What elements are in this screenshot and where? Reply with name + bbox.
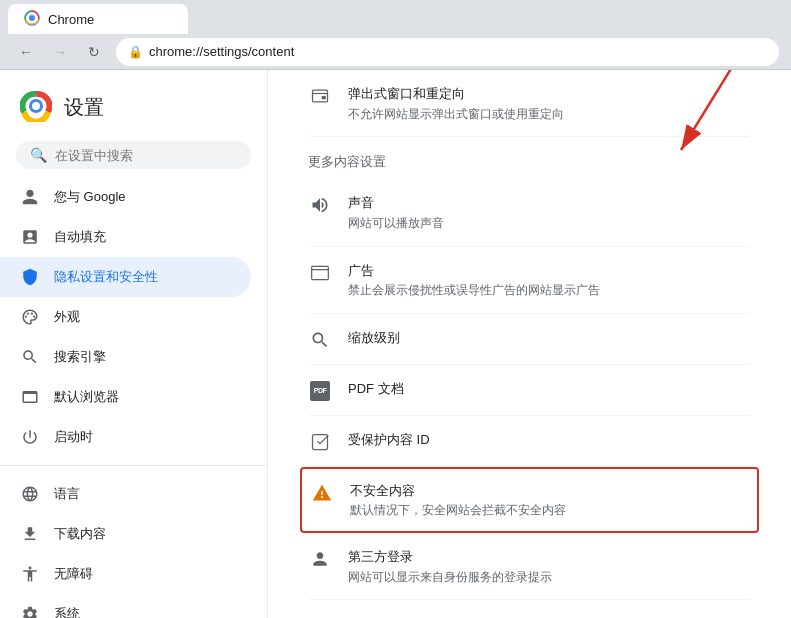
search-input[interactable] [55,148,237,163]
login-icon [308,549,332,569]
tab-title: Chrome [48,12,94,27]
svg-point-8 [33,316,35,318]
pdf-title: PDF 文档 [348,379,751,399]
sidebar-item-system[interactable]: 系统 [0,594,251,618]
search-icon: 🔍 [30,147,47,163]
sidebar-item-privacy[interactable]: 隐私设置和安全性 [0,257,251,297]
reload-button[interactable]: ↻ [80,38,108,66]
third-party-title: 第三方登录 [348,547,751,567]
popups-title: 弹出式窗口和重定向 [348,84,751,104]
sidebar-divider-1 [0,465,267,466]
settings-item-ads[interactable]: 广告 禁止会展示侵扰性或误导性广告的网站显示广告 [308,247,751,314]
popups-desc: 不允许网站显示弹出式窗口或使用重定向 [348,106,751,123]
sidebar-item-language[interactable]: 语言 [0,474,251,514]
sound-title: 声音 [348,193,751,213]
sidebar-item-label: 语言 [54,485,80,503]
protected-icon [308,432,332,452]
tab-bar: Chrome [0,0,791,34]
power-icon [20,428,40,446]
search-container: 🔍 [0,141,267,177]
settings-item-pdf[interactable]: PDF PDF 文档 [308,365,751,416]
content-area: 弹出式窗口和重定向 不允许网站显示弹出式窗口或使用重定向 更多内容设置 声音 网… [268,70,791,618]
sidebar: 设置 🔍 您与 Google 自动填充 [0,70,268,618]
autofill-icon [20,228,40,246]
address-text: chrome://settings/content [149,44,294,59]
svg-point-5 [25,316,27,318]
back-button[interactable]: ← [12,38,40,66]
person-icon [20,188,40,206]
more-content-header: 更多内容设置 [308,137,751,179]
sidebar-item-downloads[interactable]: 下载内容 [0,514,251,554]
insecure-title: 不安全内容 [350,481,749,501]
system-icon [20,605,40,618]
active-tab[interactable]: Chrome [8,4,188,34]
svg-rect-10 [322,96,326,99]
svg-point-7 [31,313,33,315]
settings-title: 设置 [64,94,104,121]
browser-bar: ← → ↻ 🔒 chrome://settings/content [0,34,791,70]
sidebar-item-label: 系统 [54,605,80,618]
settings-item-popups[interactable]: 弹出式窗口和重定向 不允许网站显示弹出式窗口或使用重定向 [308,70,751,137]
sound-icon [308,195,332,215]
settings-item-insecure[interactable]: 不安全内容 默认情况下，安全网站会拦截不安全内容 [300,467,759,533]
svg-rect-13 [313,434,328,449]
settings-item-zoom[interactable]: 缩放级别 [308,314,751,365]
insecure-desc: 默认情况下，安全网站会拦截不安全内容 [350,502,749,519]
appearance-icon [20,308,40,326]
lock-icon: 🔒 [128,45,143,59]
zoom-icon [308,330,332,350]
chrome-logo [20,90,52,125]
settings-item-text-sound: 声音 网站可以播放声音 [348,193,751,231]
sidebar-item-label: 外观 [54,308,80,326]
sidebar-item-google[interactable]: 您与 Google [0,177,251,217]
settings-item-text-popups: 弹出式窗口和重定向 不允许网站显示弹出式窗口或使用重定向 [348,84,751,122]
sidebar-item-label: 自动填充 [54,228,106,246]
sidebar-item-label: 启动时 [54,428,93,446]
shield-icon [20,268,40,286]
svg-point-4 [32,102,40,110]
sidebar-item-search[interactable]: 搜索引擎 [0,337,251,377]
ads-desc: 禁止会展示侵扰性或误导性广告的网站显示广告 [348,282,751,299]
tab-favicon [24,10,40,29]
forward-button[interactable]: → [46,38,74,66]
sidebar-header: 设置 [0,78,267,141]
content-inner: 弹出式窗口和重定向 不允许网站显示弹出式窗口或使用重定向 更多内容设置 声音 网… [268,70,791,600]
sidebar-item-label: 您与 Google [54,188,126,206]
sidebar-item-label: 下载内容 [54,525,106,543]
language-icon [20,485,40,503]
sidebar-item-label: 无障碍 [54,565,93,583]
settings-item-text-protected: 受保护内容 ID [348,430,751,450]
settings-item-third-party[interactable]: 第三方登录 网站可以显示来自身份服务的登录提示 [308,533,751,600]
zoom-title: 缩放级别 [348,328,751,348]
settings-item-text-zoom: 缩放级别 [348,328,751,348]
pdf-icon: PDF [308,381,332,401]
settings-item-sound[interactable]: 声音 网站可以播放声音 [308,179,751,246]
ads-icon [308,263,332,283]
search-engine-icon [20,348,40,366]
settings-item-text-ads: 广告 禁止会展示侵扰性或误导性广告的网站显示广告 [348,261,751,299]
warning-icon [310,483,334,503]
settings-item-text-insecure: 不安全内容 默认情况下，安全网站会拦截不安全内容 [350,481,749,519]
sound-desc: 网站可以播放声音 [348,215,751,232]
nav-controls: ← → ↻ [12,38,108,66]
settings-item-text-third-party: 第三方登录 网站可以显示来自身份服务的登录提示 [348,547,751,585]
third-party-desc: 网站可以显示来自身份服务的登录提示 [348,569,751,586]
sidebar-item-appearance[interactable]: 外观 [0,297,251,337]
accessibility-icon [20,565,40,583]
sidebar-item-startup[interactable]: 启动时 [0,417,251,457]
sidebar-item-label: 隐私设置和安全性 [54,268,158,286]
sidebar-item-accessibility[interactable]: 无障碍 [0,554,251,594]
sidebar-nav: 您与 Google 自动填充 隐私设置和安全性 [0,177,267,618]
sidebar-item-default-browser[interactable]: 默认浏览器 [0,377,251,417]
main-layout: 设置 🔍 您与 Google 自动填充 [0,70,791,618]
ads-title: 广告 [348,261,751,281]
svg-point-1 [29,15,35,21]
settings-item-text-pdf: PDF 文档 [348,379,751,399]
download-icon [20,525,40,543]
address-bar[interactable]: 🔒 chrome://settings/content [116,38,779,66]
sidebar-item-autofill[interactable]: 自动填充 [0,217,251,257]
svg-rect-11 [312,266,329,279]
sidebar-item-label: 搜索引擎 [54,348,106,366]
browser-icon [20,388,40,406]
settings-item-protected[interactable]: 受保护内容 ID [308,416,751,467]
